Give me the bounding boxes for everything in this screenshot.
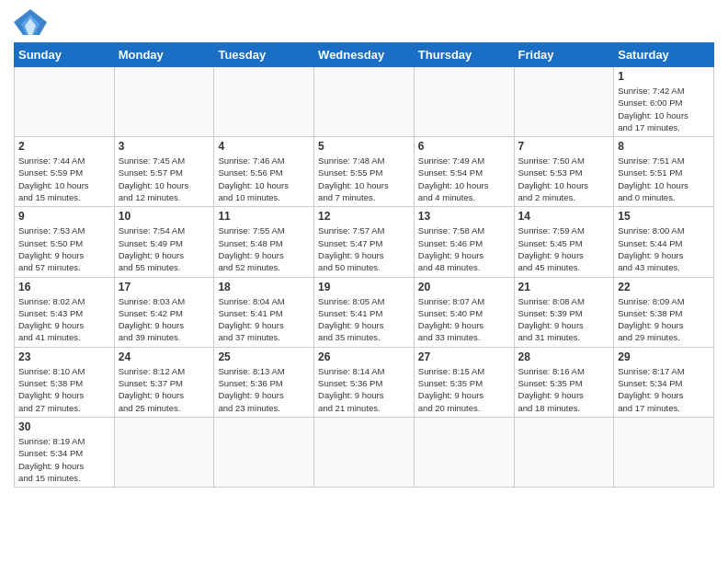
day-number: 12 <box>318 210 410 223</box>
day-number: 17 <box>119 281 210 293</box>
day-number: 7 <box>518 140 610 153</box>
weekday-header-friday: Friday <box>514 43 614 67</box>
day-info: Sunrise: 8:04 AM Sunset: 5:41 PM Dayligh… <box>218 295 310 344</box>
day-info: Sunrise: 8:17 AM Sunset: 5:34 PM Dayligh… <box>618 365 710 414</box>
calendar-cell <box>114 417 214 487</box>
day-info: Sunrise: 7:54 AM Sunset: 5:49 PM Dayligh… <box>119 224 210 273</box>
day-info: Sunrise: 8:12 AM Sunset: 5:37 PM Dayligh… <box>119 365 210 414</box>
calendar: SundayMondayTuesdayWednesdayThursdayFrid… <box>14 42 714 488</box>
calendar-row-6: 30Sunrise: 8:19 AM Sunset: 5:34 PM Dayli… <box>15 417 714 487</box>
calendar-cell: 30Sunrise: 8:19 AM Sunset: 5:34 PM Dayli… <box>15 417 115 487</box>
day-info: Sunrise: 8:16 AM Sunset: 5:35 PM Dayligh… <box>518 365 610 414</box>
calendar-cell <box>314 417 415 487</box>
day-number: 20 <box>418 281 510 293</box>
day-number: 27 <box>418 350 510 363</box>
calendar-cell: 28Sunrise: 8:16 AM Sunset: 5:35 PM Dayli… <box>514 347 614 417</box>
header <box>14 9 714 37</box>
logo-icon <box>14 9 47 37</box>
calendar-row-2: 2Sunrise: 7:44 AM Sunset: 5:59 PM Daylig… <box>15 137 714 207</box>
day-info: Sunrise: 7:57 AM Sunset: 5:47 PM Dayligh… <box>318 224 410 273</box>
day-info: Sunrise: 8:07 AM Sunset: 5:40 PM Dayligh… <box>418 295 510 344</box>
calendar-row-1: 1Sunrise: 7:42 AM Sunset: 6:00 PM Daylig… <box>15 67 714 137</box>
day-info: Sunrise: 7:45 AM Sunset: 5:57 PM Dayligh… <box>119 155 210 203</box>
calendar-cell: 2Sunrise: 7:44 AM Sunset: 5:59 PM Daylig… <box>15 137 115 207</box>
day-info: Sunrise: 7:46 AM Sunset: 5:56 PM Dayligh… <box>218 155 310 203</box>
day-info: Sunrise: 8:19 AM Sunset: 5:34 PM Dayligh… <box>18 435 110 484</box>
day-number: 25 <box>218 350 310 363</box>
day-number: 23 <box>18 350 110 363</box>
calendar-cell <box>314 67 415 137</box>
day-info: Sunrise: 8:02 AM Sunset: 5:43 PM Dayligh… <box>18 295 110 344</box>
calendar-cell <box>514 417 614 487</box>
day-info: Sunrise: 8:14 AM Sunset: 5:36 PM Dayligh… <box>318 365 410 414</box>
day-number: 8 <box>618 140 710 153</box>
calendar-cell: 11Sunrise: 7:55 AM Sunset: 5:48 PM Dayli… <box>214 207 314 277</box>
day-number: 22 <box>618 281 710 293</box>
day-info: Sunrise: 7:49 AM Sunset: 5:54 PM Dayligh… <box>418 155 510 203</box>
calendar-cell: 23Sunrise: 8:10 AM Sunset: 5:38 PM Dayli… <box>15 347 115 417</box>
calendar-row-3: 9Sunrise: 7:53 AM Sunset: 5:50 PM Daylig… <box>15 207 714 277</box>
calendar-cell: 25Sunrise: 8:13 AM Sunset: 5:36 PM Dayli… <box>214 347 314 417</box>
day-info: Sunrise: 8:10 AM Sunset: 5:38 PM Dayligh… <box>18 365 110 414</box>
day-number: 14 <box>518 210 610 223</box>
calendar-cell: 9Sunrise: 7:53 AM Sunset: 5:50 PM Daylig… <box>15 207 115 277</box>
day-info: Sunrise: 8:13 AM Sunset: 5:36 PM Dayligh… <box>218 365 310 414</box>
calendar-cell: 21Sunrise: 8:08 AM Sunset: 5:39 PM Dayli… <box>514 277 614 347</box>
day-number: 5 <box>318 140 410 153</box>
calendar-cell: 19Sunrise: 8:05 AM Sunset: 5:41 PM Dayli… <box>314 277 415 347</box>
day-info: Sunrise: 7:55 AM Sunset: 5:48 PM Dayligh… <box>218 224 310 273</box>
day-info: Sunrise: 8:09 AM Sunset: 5:38 PM Dayligh… <box>618 295 710 344</box>
weekday-header-monday: Monday <box>114 43 214 67</box>
day-info: Sunrise: 7:48 AM Sunset: 5:55 PM Dayligh… <box>318 155 410 203</box>
day-number: 29 <box>618 350 710 363</box>
day-info: Sunrise: 8:08 AM Sunset: 5:39 PM Dayligh… <box>518 295 610 344</box>
day-info: Sunrise: 8:00 AM Sunset: 5:44 PM Dayligh… <box>618 224 710 273</box>
calendar-cell: 7Sunrise: 7:50 AM Sunset: 5:53 PM Daylig… <box>514 137 614 207</box>
day-info: Sunrise: 7:53 AM Sunset: 5:50 PM Dayligh… <box>18 224 110 273</box>
day-number: 19 <box>318 281 410 293</box>
day-info: Sunrise: 7:59 AM Sunset: 5:45 PM Dayligh… <box>518 224 610 273</box>
calendar-cell: 22Sunrise: 8:09 AM Sunset: 5:38 PM Dayli… <box>614 277 714 347</box>
day-info: Sunrise: 8:05 AM Sunset: 5:41 PM Dayligh… <box>318 295 410 344</box>
weekday-header-saturday: Saturday <box>614 43 714 67</box>
calendar-cell: 15Sunrise: 8:00 AM Sunset: 5:44 PM Dayli… <box>614 207 714 277</box>
day-number: 18 <box>218 281 310 293</box>
day-number: 24 <box>119 350 210 363</box>
day-number: 4 <box>218 140 310 153</box>
calendar-cell: 5Sunrise: 7:48 AM Sunset: 5:55 PM Daylig… <box>314 137 415 207</box>
calendar-cell <box>15 67 115 137</box>
day-info: Sunrise: 8:03 AM Sunset: 5:42 PM Dayligh… <box>119 295 210 344</box>
day-number: 21 <box>518 281 610 293</box>
calendar-cell: 6Sunrise: 7:49 AM Sunset: 5:54 PM Daylig… <box>414 137 514 207</box>
day-number: 15 <box>618 210 710 223</box>
day-info: Sunrise: 8:15 AM Sunset: 5:35 PM Dayligh… <box>418 365 510 414</box>
weekday-header-thursday: Thursday <box>414 43 514 67</box>
day-number: 11 <box>218 210 310 223</box>
calendar-cell: 3Sunrise: 7:45 AM Sunset: 5:57 PM Daylig… <box>114 137 214 207</box>
calendar-cell <box>414 417 514 487</box>
calendar-cell: 24Sunrise: 8:12 AM Sunset: 5:37 PM Dayli… <box>114 347 214 417</box>
weekday-header-sunday: Sunday <box>15 43 115 67</box>
day-number: 6 <box>418 140 510 153</box>
calendar-cell: 1Sunrise: 7:42 AM Sunset: 6:00 PM Daylig… <box>614 67 714 137</box>
day-info: Sunrise: 7:44 AM Sunset: 5:59 PM Dayligh… <box>18 155 110 203</box>
day-info: Sunrise: 7:51 AM Sunset: 5:51 PM Dayligh… <box>618 155 710 203</box>
calendar-cell <box>114 67 214 137</box>
day-number: 9 <box>18 210 110 223</box>
weekday-header-tuesday: Tuesday <box>214 43 314 67</box>
weekday-header-wednesday: Wednesday <box>314 43 415 67</box>
calendar-cell: 16Sunrise: 8:02 AM Sunset: 5:43 PM Dayli… <box>15 277 115 347</box>
day-number: 3 <box>119 140 210 153</box>
calendar-row-5: 23Sunrise: 8:10 AM Sunset: 5:38 PM Dayli… <box>15 347 714 417</box>
calendar-cell <box>614 417 714 487</box>
day-number: 13 <box>418 210 510 223</box>
calendar-cell <box>514 67 614 137</box>
calendar-row-4: 16Sunrise: 8:02 AM Sunset: 5:43 PM Dayli… <box>15 277 714 347</box>
calendar-cell: 18Sunrise: 8:04 AM Sunset: 5:41 PM Dayli… <box>214 277 314 347</box>
calendar-cell: 4Sunrise: 7:46 AM Sunset: 5:56 PM Daylig… <box>214 137 314 207</box>
day-info: Sunrise: 7:42 AM Sunset: 6:00 PM Dayligh… <box>618 85 710 133</box>
calendar-cell: 13Sunrise: 7:58 AM Sunset: 5:46 PM Dayli… <box>414 207 514 277</box>
day-number: 1 <box>618 70 710 83</box>
day-info: Sunrise: 7:50 AM Sunset: 5:53 PM Dayligh… <box>518 155 610 203</box>
calendar-cell <box>214 67 314 137</box>
